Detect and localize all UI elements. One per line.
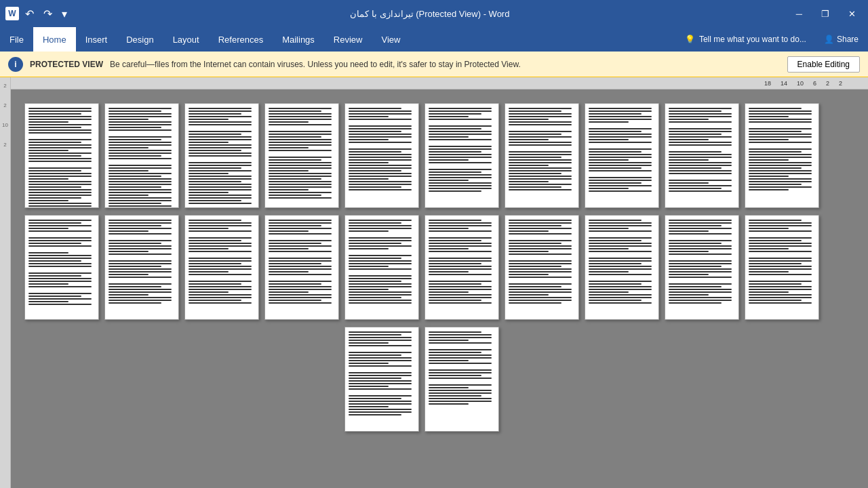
- ribbon-menu: File Home Insert Design Layout Reference…: [0, 27, 868, 52]
- main-area: 2 2 10 2 18 14 10 6 2 2: [0, 77, 868, 488]
- tab-home[interactable]: Home: [33, 27, 76, 52]
- undo-button[interactable]: ↶: [22, 6, 37, 22]
- page-thumbnail[interactable]: [104, 215, 179, 320]
- page-thumbnail[interactable]: [585, 103, 659, 208]
- page-thumbnail[interactable]: [585, 215, 659, 320]
- pages-row-3: [24, 327, 499, 432]
- page-thumbnail[interactable]: [425, 215, 499, 320]
- minimize-button[interactable]: ─: [789, 6, 809, 22]
- page-thumbnail[interactable]: [24, 215, 99, 320]
- pages-row-1: [24, 103, 819, 208]
- page-thumbnail[interactable]: [745, 215, 819, 320]
- page-thumbnail[interactable]: [344, 103, 419, 208]
- protected-view-bar: i PROTECTED VIEW Be careful—files from t…: [0, 52, 868, 77]
- page-thumbnail[interactable]: [184, 215, 259, 320]
- word-icon: W: [5, 7, 19, 20]
- protected-view-label: PROTECTED VIEW: [30, 60, 103, 69]
- top-ruler: 18 14 10 6 2 2: [11, 77, 868, 89]
- page-thumbnail[interactable]: [665, 103, 739, 208]
- page-thumbnail[interactable]: [264, 103, 339, 208]
- page-thumbnail[interactable]: [425, 327, 499, 432]
- title-bar-left: W ↶ ↷ ▾: [5, 6, 71, 22]
- enable-editing-button[interactable]: Enable Editing: [787, 56, 860, 73]
- tab-view[interactable]: View: [372, 27, 410, 52]
- page-thumbnail[interactable]: [425, 103, 499, 208]
- page-thumbnail[interactable]: [344, 327, 419, 432]
- redo-button[interactable]: ↷: [40, 6, 56, 22]
- more-button[interactable]: ▾: [58, 6, 71, 22]
- page-thumbnail[interactable]: [104, 103, 179, 208]
- person-icon: 👤: [824, 35, 834, 44]
- document-area[interactable]: 18 14 10 6 2 2: [11, 77, 868, 488]
- tab-layout[interactable]: Layout: [163, 27, 209, 52]
- tab-mailings[interactable]: Mailings: [273, 27, 324, 52]
- page-thumbnail[interactable]: [344, 215, 419, 320]
- page-thumbnail[interactable]: [505, 215, 579, 320]
- tab-references[interactable]: References: [209, 27, 273, 52]
- page-thumbnail[interactable]: [505, 103, 579, 208]
- ruler-numbers: 18 14 10 6 2 2: [764, 80, 863, 87]
- ribbon-search: 💡 Tell me what you want to do...: [677, 27, 814, 52]
- info-icon: i: [8, 57, 23, 72]
- page-thumbnail[interactable]: [665, 215, 739, 320]
- share-button[interactable]: 👤 Share: [814, 27, 868, 52]
- left-ruler: 2 2 10 2: [0, 77, 11, 488]
- page-thumbnail[interactable]: [264, 215, 339, 320]
- page-thumbnail[interactable]: [184, 103, 259, 208]
- close-button[interactable]: ✕: [842, 6, 863, 22]
- protected-view-message: Be careful—files from the Internet can c…: [110, 60, 781, 69]
- pages-row-2: [24, 215, 819, 320]
- tab-file[interactable]: File: [0, 27, 33, 52]
- window-controls: ─ ❐ ✕: [789, 6, 863, 22]
- document-title: تیراندازی با کمان (Protected View) - Wor…: [71, 9, 789, 19]
- page-thumbnail[interactable]: [745, 103, 819, 208]
- pages-container: [24, 103, 854, 432]
- page-thumbnail[interactable]: [24, 103, 99, 208]
- tab-insert[interactable]: Insert: [76, 27, 117, 52]
- title-bar: W ↶ ↷ ▾ تیراندازی با کمان (Protected Vie…: [0, 0, 868, 27]
- lightbulb-icon: 💡: [685, 35, 695, 44]
- tab-design[interactable]: Design: [117, 27, 163, 52]
- tab-review[interactable]: Review: [324, 27, 372, 52]
- restore-button[interactable]: ❐: [814, 6, 836, 22]
